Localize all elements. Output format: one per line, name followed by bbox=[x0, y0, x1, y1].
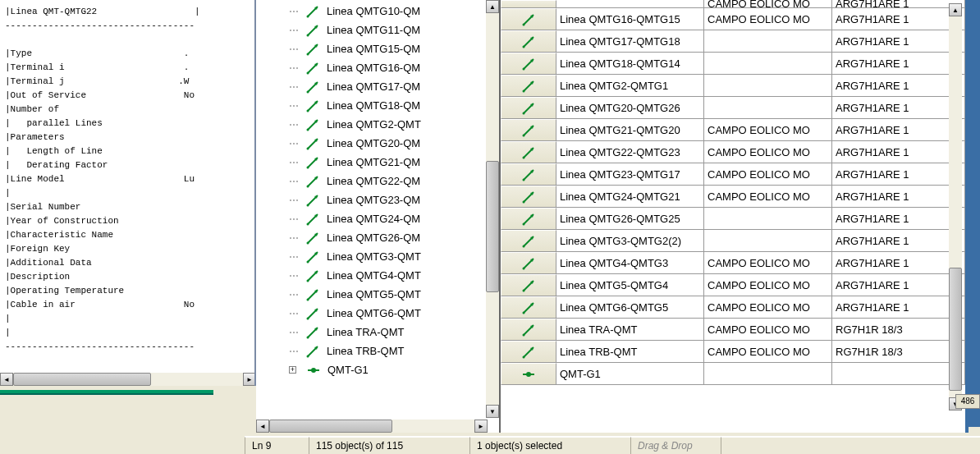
table-row[interactable]: Linea QMTG2-QMTG1ARG7H1ARE 1 bbox=[501, 75, 965, 97]
scroll-track[interactable] bbox=[486, 13, 499, 405]
row-icon-cell[interactable] bbox=[501, 363, 556, 385]
tree-item[interactable]: ⋯Linea QMTG24-QM bbox=[289, 209, 499, 228]
cell-name[interactable]: Linea QMTG23-QMTG17 bbox=[556, 163, 704, 186]
scroll-right-button[interactable]: ► bbox=[474, 420, 488, 433]
details-horizontal-scrollbar[interactable]: ◄ ► bbox=[0, 373, 256, 386]
background-tab[interactable]: 486 bbox=[955, 394, 980, 409]
tree-item[interactable]: ⋯Linea QMTG5-QMT bbox=[289, 285, 499, 304]
tree-item[interactable]: ⋯Linea QMTG26-QM bbox=[289, 228, 499, 247]
cell-col2[interactable] bbox=[704, 208, 832, 230]
cell-name[interactable]: Linea QMTG26-QMTG25 bbox=[556, 208, 704, 230]
row-icon-cell[interactable] bbox=[501, 341, 556, 363]
row-icon-cell[interactable] bbox=[501, 53, 556, 75]
table-row[interactable]: Linea QMTG21-QMTG20CAMPO EOLICO MOARG7H1… bbox=[501, 119, 965, 141]
cell-col2[interactable] bbox=[704, 230, 832, 252]
table-row[interactable]: CAMPO EOLICO MOARG7H1ARE 1 bbox=[501, 0, 965, 8]
grid-vertical-scrollbar[interactable]: ▲ ▼ bbox=[949, 3, 962, 410]
cell-col3[interactable] bbox=[832, 363, 965, 385]
row-icon-cell[interactable] bbox=[501, 75, 556, 97]
row-icon-cell[interactable] bbox=[501, 119, 556, 141]
tree-item[interactable]: ⋯Linea QMTG10-QM bbox=[289, 2, 499, 21]
table-row[interactable]: Linea QMTG26-QMTG25ARG7H1ARE 1 bbox=[501, 208, 965, 230]
row-icon-cell[interactable] bbox=[501, 141, 556, 163]
cell-name[interactable]: Linea QMTG20-QMTG26 bbox=[556, 97, 704, 119]
scroll-track[interactable] bbox=[269, 420, 474, 433]
tree-item[interactable]: ⋯Linea QMTG6-QMT bbox=[289, 304, 499, 323]
cell-name[interactable]: Linea QMTG16-QMTG15 bbox=[556, 8, 704, 30]
cell-col3[interactable]: ARG7H1ARE 1 bbox=[832, 252, 965, 274]
cell-col2[interactable]: CAMPO EOLICO MO bbox=[704, 119, 832, 141]
table-row[interactable]: Linea QMTG3-QMTG2(2)ARG7H1ARE 1 bbox=[501, 230, 965, 252]
cell-col3[interactable]: ARG7H1ARE 1 bbox=[832, 208, 965, 230]
cell-name[interactable]: Linea QMTG6-QMTG5 bbox=[556, 296, 704, 319]
cell-name[interactable]: Linea QMTG3-QMTG2(2) bbox=[556, 230, 704, 252]
row-icon-cell[interactable] bbox=[501, 208, 556, 230]
cell-col3[interactable]: ARG7H1ARE 1 bbox=[832, 163, 965, 186]
cell-col3[interactable]: ARG7H1ARE 1 bbox=[832, 141, 965, 163]
tree-item[interactable]: ⋯Linea QMTG18-QM bbox=[289, 96, 499, 115]
cell-name[interactable]: Linea QMTG17-QMTG18 bbox=[556, 30, 704, 53]
row-icon-cell[interactable] bbox=[501, 97, 556, 119]
cell-name[interactable]: Linea QMTG22-QMTG23 bbox=[556, 141, 704, 163]
table-row[interactable]: Linea QMTG24-QMTG21CAMPO EOLICO MOARG7H1… bbox=[501, 186, 965, 208]
scroll-thumb[interactable] bbox=[269, 420, 392, 433]
cell-col2[interactable]: CAMPO EOLICO MO bbox=[704, 0, 832, 8]
tree-item[interactable]: ⋯Linea TRA-QMT bbox=[289, 323, 499, 342]
cell-name[interactable]: Linea QMTG2-QMTG1 bbox=[556, 75, 704, 97]
table-row[interactable]: Linea QMTG17-QMTG18ARG7H1ARE 1 bbox=[501, 30, 965, 53]
cell-col2[interactable] bbox=[704, 363, 832, 385]
scroll-thumb[interactable] bbox=[486, 161, 499, 292]
tree-vertical-scrollbar[interactable]: ▲ ▼ bbox=[486, 0, 499, 418]
cell-col3[interactable]: ARG7H1ARE 1 bbox=[832, 0, 965, 8]
cell-col3[interactable]: RG7H1R 18/3 bbox=[832, 341, 965, 363]
tree-item[interactable]: ⋯Linea QMTG2-QMT bbox=[289, 115, 499, 134]
cell-col3[interactable]: ARG7H1ARE 1 bbox=[832, 186, 965, 208]
cell-col3[interactable]: ARG7H1ARE 1 bbox=[832, 8, 965, 30]
scroll-thumb[interactable] bbox=[949, 268, 962, 391]
scroll-up-button[interactable]: ▲ bbox=[949, 3, 962, 16]
cell-col3[interactable]: ARG7H1ARE 1 bbox=[832, 53, 965, 75]
cell-col2[interactable] bbox=[704, 97, 832, 119]
tree-item[interactable]: ⋯Linea QMTG21-QM bbox=[289, 153, 499, 172]
cell-col2[interactable]: CAMPO EOLICO MO bbox=[704, 274, 832, 296]
cell-name[interactable]: Linea TRA-QMT bbox=[556, 319, 704, 341]
cell-name[interactable]: Linea QMTG24-QMTG21 bbox=[556, 186, 704, 208]
cell-col3[interactable]: RG7H1R 18/3 bbox=[832, 319, 965, 341]
cell-name[interactable]: Linea QMTG21-QMTG20 bbox=[556, 119, 704, 141]
cell-col3[interactable]: ARG7H1ARE 1 bbox=[832, 230, 965, 252]
tree-item[interactable]: ⋯Linea QMTG15-QM bbox=[289, 39, 499, 58]
cell-col3[interactable]: ARG7H1ARE 1 bbox=[832, 296, 965, 319]
cell-col2[interactable]: CAMPO EOLICO MO bbox=[704, 186, 832, 208]
scroll-track[interactable] bbox=[13, 373, 243, 386]
cell-col2[interactable] bbox=[704, 53, 832, 75]
table-row[interactable]: QMT-G1 bbox=[501, 363, 965, 385]
cell-name[interactable]: Linea QMTG18-QMTG14 bbox=[556, 53, 704, 75]
table-row[interactable]: Linea QMTG6-QMTG5CAMPO EOLICO MOARG7H1AR… bbox=[501, 296, 965, 319]
row-icon-cell[interactable] bbox=[501, 8, 556, 30]
cell-col3[interactable]: ARG7H1ARE 1 bbox=[832, 274, 965, 296]
row-icon-cell[interactable] bbox=[501, 163, 556, 186]
tree-item[interactable]: ⋯Linea QMTG17-QM bbox=[289, 77, 499, 96]
expand-icon[interactable]: + bbox=[289, 366, 296, 374]
cell-col2[interactable]: CAMPO EOLICO MO bbox=[704, 319, 832, 341]
tree-item[interactable]: ⋯Linea QMTG11-QM bbox=[289, 21, 499, 39]
scroll-track[interactable] bbox=[949, 16, 962, 397]
table-row[interactable]: Linea QMTG16-QMTG15CAMPO EOLICO MOARG7H1… bbox=[501, 8, 965, 30]
cell-name[interactable]: Linea QMTG4-QMTG3 bbox=[556, 252, 704, 274]
tree-horizontal-scrollbar[interactable]: ◄ ► bbox=[256, 420, 488, 433]
tree-item[interactable]: ⋯Linea TRB-QMT bbox=[289, 342, 499, 360]
row-icon-cell[interactable] bbox=[501, 186, 556, 208]
tree-item[interactable]: +QMT-G1 bbox=[289, 360, 499, 379]
tree-item[interactable]: ⋯Linea QMTG16-QM bbox=[289, 58, 499, 77]
row-icon-cell[interactable] bbox=[501, 230, 556, 252]
cell-col3[interactable]: ARG7H1ARE 1 bbox=[832, 97, 965, 119]
cell-col2[interactable] bbox=[704, 30, 832, 53]
table-row[interactable]: Linea TRB-QMTCAMPO EOLICO MORG7H1R 18/3 bbox=[501, 341, 965, 363]
tree-item[interactable]: ⋯Linea QMTG4-QMT bbox=[289, 266, 499, 285]
row-icon-cell[interactable] bbox=[501, 30, 556, 53]
table-row[interactable]: Linea QMTG4-QMTG3CAMPO EOLICO MOARG7H1AR… bbox=[501, 252, 965, 274]
scroll-thumb[interactable] bbox=[13, 373, 151, 386]
cell-col3[interactable]: ARG7H1ARE 1 bbox=[832, 119, 965, 141]
cell-name[interactable]: Linea QMTG5-QMTG4 bbox=[556, 274, 704, 296]
cell-col2[interactable]: CAMPO EOLICO MO bbox=[704, 8, 832, 30]
